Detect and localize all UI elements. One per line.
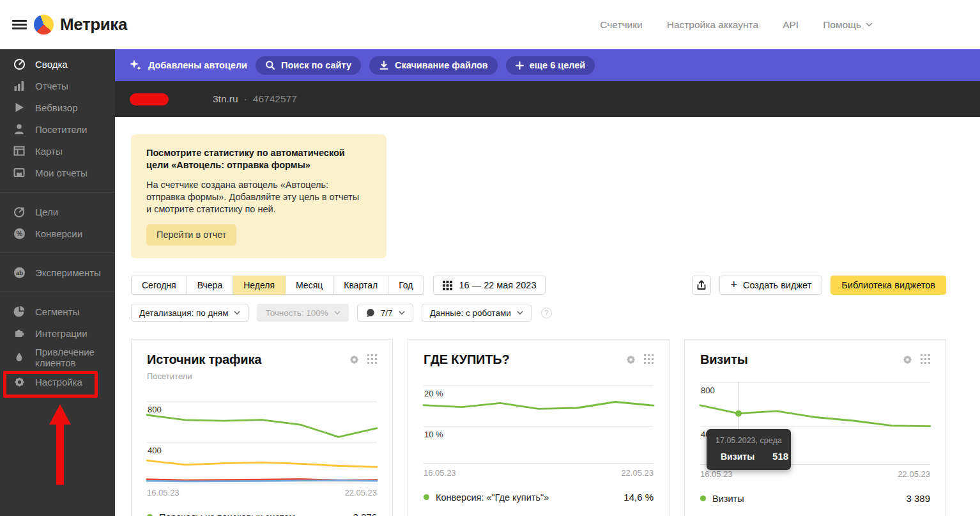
date-range-button[interactable]: 16 — 22 мая 2023 [433, 276, 546, 295]
tab-quarter[interactable]: Квартал [333, 276, 388, 295]
period-tabs: Сегодня Вчера Неделя Месяц Квартал Год [131, 276, 424, 295]
sidebar: Сводка Отчеты Вебвизор Посетители Карты … [0, 49, 115, 516]
widget-drag-handle-icon[interactable] [921, 354, 930, 365]
legend-row[interactable]: Переходы из поисковых систем 3 276 [147, 512, 377, 516]
widget-where-to-buy: ГДЕ КУПИТЬ? 20 %10 % 16.05.2322.05.23 Ко… [408, 339, 670, 516]
goal-pill-site-search[interactable]: Поиск по сайту [256, 56, 361, 75]
sidebar-item-conversions[interactable]: % Конверсии [0, 223, 115, 244]
sidebar-item-maps[interactable]: Карты [0, 140, 115, 162]
x-axis-labels: 16.05.2322.05.23 [700, 469, 930, 479]
sidebar-divider [0, 192, 115, 192]
widget-settings-gear-icon[interactable] [349, 354, 360, 365]
top-nav: Счетчики Настройка аккаунта API Помощь [600, 19, 873, 31]
export-button[interactable] [692, 276, 711, 295]
chevron-down-icon [334, 311, 341, 315]
separator-dot: · [244, 93, 247, 105]
help-icon[interactable]: ? [541, 308, 552, 318]
plus-icon: + [730, 279, 737, 290]
go-to-report-button[interactable]: Перейти в отчет [146, 224, 236, 246]
site-domain[interactable]: 3tn.ru [213, 93, 238, 105]
bar-chart-icon [13, 80, 26, 91]
sidebar-item-reports[interactable]: Отчеты [0, 75, 115, 97]
flame-icon [13, 352, 26, 363]
detalization-dropdown[interactable]: Детализация: по дням [131, 304, 249, 322]
widget-traffic-source: Источник трафика Посетители 800400 16.05… [131, 339, 393, 516]
legend-row[interactable]: Конверсия: «"Где купить"» 14,6 % [424, 492, 654, 503]
tab-yesterday[interactable]: Вчера [187, 276, 234, 295]
widget-subtitle: Посетители [147, 371, 377, 381]
filters-row: Детализация: по дням Точность: 100% 7/7 … [131, 304, 980, 322]
goal-pill-file-download[interactable]: Скачивание файлов [369, 56, 498, 75]
tab-week[interactable]: Неделя [233, 276, 286, 295]
main-content: Посмотрите статистику по автоматической … [115, 117, 980, 516]
widget-cards-row: Источник трафика Посетители 800400 16.05… [131, 339, 980, 516]
widget-drag-handle-icon[interactable] [644, 354, 654, 365]
line-chart[interactable]: 800400 [147, 397, 377, 483]
sidebar-item-my-reports[interactable]: Мои отчеты [0, 162, 115, 184]
widget-library-button[interactable]: Библиотека виджетов [831, 276, 946, 295]
sidebar-item-acquisition[interactable]: Привлечение клиентов [0, 344, 109, 371]
hamburger-menu-icon[interactable] [12, 18, 27, 31]
x-axis-labels: 16.05.2322.05.23 [424, 468, 654, 478]
nav-api[interactable]: API [783, 19, 799, 31]
widget-drag-handle-icon[interactable] [367, 354, 377, 365]
calendar-grid-icon [443, 281, 452, 290]
nav-help[interactable]: Помощь [823, 19, 873, 31]
widget-settings-gear-icon[interactable] [902, 354, 913, 365]
legend-dot [424, 494, 429, 500]
accuracy-dropdown[interactable]: Точность: 100% [257, 304, 348, 322]
widget-actions: + Создать виджет Библиотека виджетов [692, 276, 946, 295]
ab-test-icon: ab [13, 267, 26, 279]
nav-counters[interactable]: Счетчики [600, 19, 642, 31]
widget-title: Источник трафика [147, 352, 261, 367]
sidebar-divider [0, 292, 115, 292]
svg-text:%: % [16, 230, 22, 237]
autogoal-notice-card: Посмотрите статистику по автоматической … [131, 134, 387, 258]
search-icon [265, 60, 275, 70]
legend-label: Визиты [712, 494, 744, 504]
sidebar-item-integrations[interactable]: Интеграции [0, 322, 115, 344]
notice-title: Посмотрите статистику по автоматической … [146, 147, 367, 171]
tab-today[interactable]: Сегодня [131, 276, 187, 295]
legend-value: 3 276 [353, 512, 377, 516]
widget-title: Визиты [700, 352, 748, 367]
tab-month[interactable]: Месяц [286, 276, 333, 295]
goal-pill-more-goals[interactable]: еще 6 целей [506, 56, 595, 75]
svg-text:20 %: 20 % [424, 389, 443, 398]
layout-icon [13, 145, 26, 157]
legend-value: 3 389 [906, 493, 930, 504]
sparkles-icon [129, 59, 142, 72]
sidebar-item-experiments[interactable]: ab Эксперименты [0, 262, 115, 283]
chevron-down-icon [517, 311, 523, 315]
download-icon [379, 60, 389, 70]
redacted-site-name [130, 93, 169, 106]
sidebar-item-summary[interactable]: Сводка [0, 53, 115, 75]
svg-text:400: 400 [148, 446, 162, 455]
percent-icon: % [13, 228, 26, 240]
sidebar-item-settings[interactable]: Настройка [0, 371, 115, 393]
nav-account-settings[interactable]: Настройка аккаунта [667, 19, 758, 31]
tooltip-date: 17.05.2023, среда [716, 436, 782, 445]
legend-dot [700, 496, 706, 501]
annotations-dropdown[interactable]: 7/7 [357, 304, 413, 322]
target-icon [13, 206, 26, 218]
sidebar-item-visitors[interactable]: Посетители [0, 118, 115, 140]
legend-row[interactable]: Визиты 3 389 [700, 493, 930, 504]
sidebar-item-goals[interactable]: Цели [0, 201, 115, 223]
tab-year[interactable]: Год [388, 276, 424, 295]
line-chart[interactable]: 20 %10 % [424, 382, 654, 464]
sidebar-item-webvisor[interactable]: Вебвизор [0, 97, 115, 118]
sidebar-divider [0, 253, 115, 253]
chevron-down-icon [399, 311, 405, 315]
data-robots-dropdown[interactable]: Данные: с роботами [422, 304, 532, 322]
metrica-logo[interactable]: Метрика [34, 15, 127, 35]
chevron-down-icon [866, 22, 873, 27]
legend-label: Переходы из поисковых систем [159, 512, 295, 516]
legend-value: 14,6 % [624, 492, 654, 503]
sidebar-item-segments[interactable]: Сегменты [0, 301, 115, 322]
create-widget-button[interactable]: + Создать виджет [719, 276, 822, 295]
svg-text:800: 800 [148, 405, 162, 414]
monitor-icon [13, 167, 26, 178]
legend-label: Конверсия: «"Где купить"» [436, 492, 549, 503]
widget-settings-gear-icon[interactable] [625, 354, 636, 365]
